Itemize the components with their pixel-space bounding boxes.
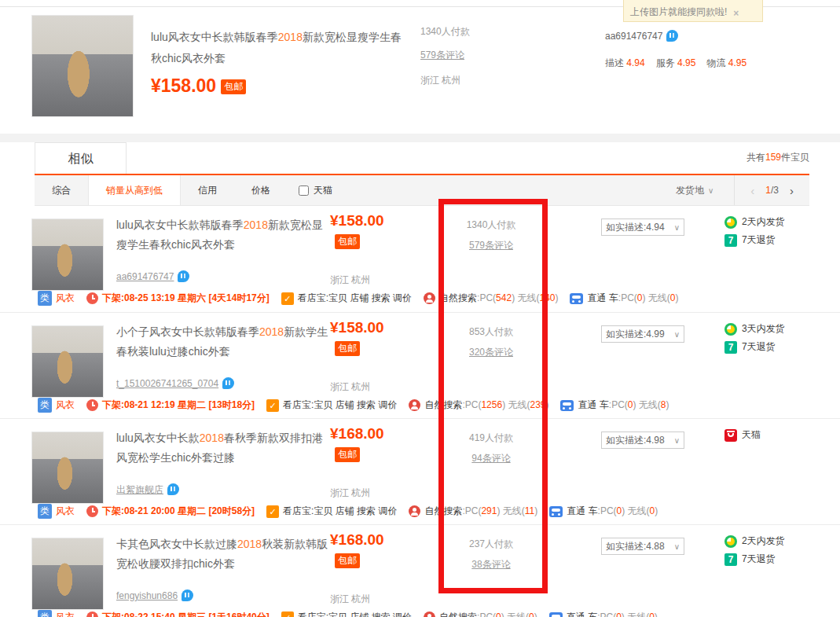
row-info-bar: 类 风衣 下架:08-21 12:19 星期二 [13时18分] ✓ 看店宝:宝… <box>38 398 816 413</box>
tmall-badge: 天猫 <box>724 428 761 442</box>
header-seller-name[interactable]: aa691476747 <box>605 31 662 42</box>
sort-price[interactable]: 价格 <box>234 175 288 205</box>
seller-name[interactable]: t_1510026741265_0704 <box>116 378 218 389</box>
tmall-filter[interactable]: 天猫 <box>288 175 343 205</box>
chevron-down-icon: ∨ <box>674 436 680 445</box>
free-shipping-badge: 包邮 <box>330 341 360 356</box>
service-badges: 2天内发货 77天退货 <box>724 215 785 247</box>
wangwang-chat-icon[interactable] <box>178 270 189 282</box>
header-ratings: 描述 4.94服务 4.95物流 4.95 <box>605 57 757 70</box>
seller-link[interactable]: fengyishun686 <box>116 589 193 601</box>
price: ¥158.00 <box>330 319 384 336</box>
seller-name[interactable]: fengyishun686 <box>116 590 178 601</box>
rating-ship-value: 4.95 <box>728 57 746 68</box>
chevron-down-icon: ∨ <box>674 542 680 551</box>
location: 浙江 杭州 <box>330 274 370 287</box>
return-badge: 77天退货 <box>724 553 785 566</box>
kandianbao-links[interactable]: 看店宝:宝贝 店铺 搜索 调价 <box>283 505 397 518</box>
price: ¥158.00 <box>330 212 384 230</box>
category-value[interactable]: 风衣 <box>56 292 75 305</box>
kandianbao-links[interactable]: 看店宝:宝贝 店铺 搜索 调价 <box>283 398 397 412</box>
rating-serv-label: 服务 <box>656 57 675 68</box>
prev-page-icon[interactable]: ‹ <box>750 184 754 197</box>
desc-rating-value: 如实描述:4.88 <box>606 540 665 553</box>
header-product-title[interactable]: lulu风衣女中长款韩版春季2018新款宽松显瘦学生春秋chic风衣外套 <box>151 27 402 69</box>
reviews-link[interactable]: 579条评论 <box>424 239 558 252</box>
total-suffix: 件宝贝 <box>781 152 809 163</box>
header-price: ¥158.00 <box>151 75 216 96</box>
wangwang-chat-icon[interactable] <box>167 483 179 495</box>
natural-search-stats: 自然搜索:PC(1256) 无线(239) <box>424 398 548 412</box>
free-shipping-badge: 包邮 <box>221 79 246 94</box>
paid-count: 419人付款 <box>424 432 558 445</box>
title-year: 2018 <box>244 219 268 231</box>
offshelf-clock-icon <box>86 292 98 304</box>
next-page-icon[interactable]: › <box>790 184 794 197</box>
desc-rating-select[interactable]: 如实描述:4.94∨ <box>601 219 684 236</box>
category-value[interactable]: 风衣 <box>56 611 75 617</box>
tab-similar[interactable]: 相似 <box>35 142 127 174</box>
product-image[interactable] <box>31 432 104 504</box>
product-title[interactable]: lulu风衣女中长款韩版春季2018新款宽松显瘦学生春秋chic风衣外套 <box>116 215 333 255</box>
category-badge: 类 <box>38 504 52 519</box>
service-badges: 3天内发货 77天退货 <box>724 322 785 354</box>
header-reviews-text[interactable]: 579条评论 <box>420 50 464 61</box>
location: 浙江 杭州 <box>330 380 370 394</box>
page-total: /3 <box>771 185 779 196</box>
kandianbao-links[interactable]: 看店宝:宝贝 店铺 搜索 调价 <box>298 611 412 617</box>
return-badge: 77天退货 <box>724 340 785 354</box>
kandianbao-icon: ✓ <box>281 292 294 305</box>
category-badge: 类 <box>38 291 52 306</box>
header-product-image[interactable] <box>31 15 134 117</box>
natural-search-icon <box>409 399 420 411</box>
desc-rating-select[interactable]: 如实描述:4.98∨ <box>601 432 684 449</box>
seller-link[interactable]: t_1510026741265_0704 <box>116 377 234 389</box>
product-title[interactable]: 卡其色风衣女中长款过膝2018秋装新款韩版宽松收腰双排扣chic外套 <box>116 534 333 574</box>
filter-bar: 综合 销量从高到低 信用 价格 天猫 发货地 ∨ ‹ 1/3 › <box>35 175 809 206</box>
kandianbao-icon: ✓ <box>266 505 279 518</box>
kandianbao-icon: ✓ <box>266 399 279 412</box>
wangwang-chat-icon[interactable] <box>222 377 234 389</box>
product-image[interactable] <box>31 219 104 291</box>
product-image[interactable] <box>31 538 104 610</box>
header-location: 浙江 杭州 <box>420 74 460 87</box>
header-seller[interactable]: aa691476747 <box>605 30 678 42</box>
category-value[interactable]: 风衣 <box>56 505 75 518</box>
taobao-similar-items-page: lulu风衣女中长款韩版春季2018新款宽松显瘦学生春秋chic风衣外套 ¥15… <box>0 0 840 617</box>
kandianbao-links[interactable]: 看店宝:宝贝 店铺 搜索 调价 <box>298 292 412 305</box>
seller-link[interactable]: aa691476747 <box>116 270 189 282</box>
seller-name[interactable]: 出絮旗舰店 <box>116 484 163 495</box>
product-title[interactable]: 小个子风衣女中长款韩版春季2018新款学生春秋装lulu过膝chic外套 <box>116 322 333 362</box>
reviews-link[interactable]: 38条评论 <box>424 558 558 571</box>
category-value[interactable]: 风衣 <box>56 398 75 412</box>
sort-sales-desc[interactable]: 销量从高到低 <box>88 175 181 205</box>
natural-search-stats: 自然搜索:PC(0) 无线(0) <box>439 611 537 617</box>
wangwang-chat-icon[interactable] <box>182 589 193 601</box>
reviews-link[interactable]: 320条评论 <box>424 346 558 359</box>
tmall-checkbox[interactable] <box>299 185 309 196</box>
ship-from-dropdown[interactable]: 发货地 ∨ <box>655 175 734 205</box>
rating-serv-value: 4.95 <box>677 57 695 68</box>
sort-credit[interactable]: 信用 <box>181 175 234 205</box>
product-image[interactable] <box>31 325 104 398</box>
price: ¥168.00 <box>330 425 384 443</box>
desc-rating-select[interactable]: 如实描述:4.88∨ <box>601 538 684 555</box>
tooltip-close-icon[interactable]: × <box>733 8 739 19</box>
seven-day-icon: 7 <box>724 553 737 566</box>
rating-ship-label: 物流 <box>706 57 725 68</box>
total-count: 159 <box>765 152 781 163</box>
tooltip-text: 上传图片就能搜同款啦! <box>630 6 727 19</box>
seller-name[interactable]: aa691476747 <box>116 271 174 282</box>
desc-rating-select[interactable]: 如实描述:4.99∨ <box>601 325 684 343</box>
product-title[interactable]: lulu风衣女中长款2018春秋季新款双排扣港风宽松学生chic外套过膝 <box>116 428 333 468</box>
reviews-link[interactable]: 94条评论 <box>424 452 558 465</box>
sort-default[interactable]: 综合 <box>35 175 88 205</box>
natural-search-icon <box>424 292 435 304</box>
tmall-cat-icon <box>724 429 737 442</box>
chevron-down-icon: ∨ <box>674 223 680 232</box>
wangwang-chat-icon[interactable] <box>666 30 678 42</box>
page-current: 1 <box>765 185 771 196</box>
seller-link[interactable]: 出絮旗舰店 <box>116 483 179 497</box>
header-reviews-link[interactable]: 579条评论 <box>420 49 464 62</box>
tmall-checkbox-label: 天猫 <box>314 184 332 197</box>
